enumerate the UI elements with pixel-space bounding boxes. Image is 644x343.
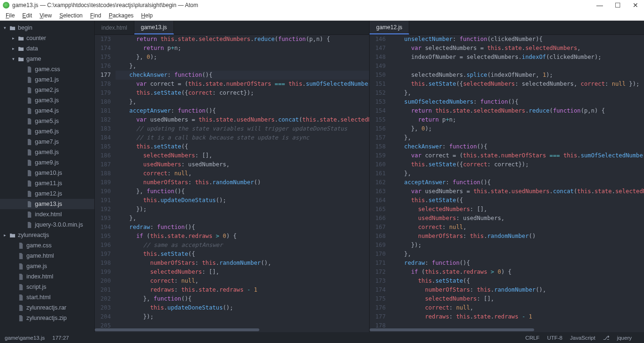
- tree-folder-zylunreactjs[interactable]: ▸zylunreactjs: [0, 230, 94, 240]
- chevron-icon[interactable]: ▾: [4, 25, 8, 30]
- close-button[interactable]: ✕: [630, 1, 641, 9]
- tree-file-game6-js[interactable]: game6.js: [0, 126, 94, 137]
- folder-icon: [8, 233, 16, 238]
- file-icon: [25, 170, 33, 176]
- tree-label: game12.js: [35, 190, 62, 197]
- tree-file-zylunreactjs-rar[interactable]: zylunreactjs.rar: [0, 302, 94, 313]
- scrollbar-h-left[interactable]: [95, 327, 369, 332]
- file-icon: [25, 201, 33, 207]
- status-path[interactable]: game\game13.js: [5, 335, 45, 341]
- menu-edit[interactable]: Edit: [18, 12, 36, 19]
- tree-label: index.html: [35, 211, 62, 218]
- tree-folder-begin[interactable]: ▾begin: [0, 23, 94, 33]
- tab-game13-js[interactable]: game13.js: [134, 21, 174, 34]
- file-icon: [17, 263, 25, 270]
- tree-label: game7.js: [35, 139, 59, 145]
- file-icon: [17, 284, 25, 290]
- editor-right[interactable]: 1461471481491501511521531541551561571581…: [370, 35, 644, 327]
- chevron-icon[interactable]: ▸: [4, 233, 8, 237]
- status-grammar[interactable]: JavaScript: [570, 335, 595, 341]
- status-branch-icon: ⎇: [603, 335, 610, 341]
- status-cursor[interactable]: 177:27: [52, 335, 69, 341]
- chevron-icon[interactable]: ▸: [12, 36, 17, 41]
- title-bar: game13.js — C:\xampp\htdocs\testcodes\re…: [0, 0, 644, 10]
- tree-file-jquery-3-0-0-min-js[interactable]: jquery-3.0.0.min.js: [0, 220, 94, 230]
- tree-file-game1-js[interactable]: game1.js: [0, 74, 94, 85]
- menu-find[interactable]: Find: [86, 12, 105, 19]
- tab-game12-js[interactable]: game12.js: [370, 21, 409, 34]
- tree-file-game3-js[interactable]: game3.js: [0, 95, 94, 106]
- editor-panes: index.htmlgame13.js 17317417517617717817…: [94, 21, 644, 332]
- gutter-left: 1731741751761771781791801811821831841851…: [95, 35, 116, 327]
- tree-folder-data[interactable]: ▸data: [0, 43, 94, 54]
- tree-file-game5-js[interactable]: game5.js: [0, 116, 94, 126]
- menu-view[interactable]: View: [36, 12, 56, 19]
- menu-packages[interactable]: Packages: [105, 12, 138, 19]
- file-icon: [17, 294, 25, 301]
- tree-label: game6.js: [35, 128, 59, 135]
- tree-file-game7-js[interactable]: game7.js: [0, 137, 94, 147]
- tree-file-start-html[interactable]: start.html: [0, 292, 94, 302]
- tree-label: game.css: [26, 242, 52, 249]
- tree-label: game5.js: [35, 118, 59, 124]
- pane-right: game12.js 146147148149150151152153154155…: [369, 21, 644, 332]
- status-extra[interactable]: jquery: [617, 335, 632, 341]
- window-title: game13.js — C:\xampp\htdocs\testcodes\re…: [12, 2, 594, 8]
- menu-bar: FileEditViewSelectionFindPackagesHelp: [0, 10, 644, 21]
- atom-app-icon: [3, 2, 9, 8]
- tree-file-game10-js[interactable]: game10.js: [0, 168, 94, 178]
- file-icon: [17, 274, 25, 280]
- tree-file-game-js[interactable]: game.js: [0, 261, 94, 271]
- tab-index-html[interactable]: index.html: [95, 21, 134, 34]
- tree-label: game.js: [26, 263, 47, 270]
- tree-file-game2-js[interactable]: game2.js: [0, 85, 94, 95]
- tree-label: zylunreactjs.rar: [26, 304, 66, 311]
- tree-file-index-html[interactable]: index.html: [0, 271, 94, 282]
- code-left[interactable]: return this.state.selectedNumbers.reduce…: [116, 35, 369, 327]
- status-eol[interactable]: CRLF: [525, 335, 539, 341]
- file-icon: [25, 191, 33, 197]
- tree-file-script-js[interactable]: script.js: [0, 282, 94, 292]
- menu-help[interactable]: Help: [137, 12, 157, 19]
- menu-selection[interactable]: Selection: [56, 12, 86, 19]
- status-bar: game\game13.js 177:27 CRLF UTF-8 JavaScr…: [0, 332, 644, 343]
- tab-bar-right: game12.js: [370, 21, 644, 35]
- scrollbar-h-right[interactable]: [370, 327, 644, 332]
- file-icon: [17, 305, 25, 311]
- tree-label: zylunreactjs: [18, 232, 49, 238]
- tab-bar-left: index.htmlgame13.js: [95, 21, 369, 35]
- maximize-button[interactable]: ☐: [612, 1, 623, 9]
- tree-file-zylunreactjs-zip[interactable]: zylunreactjs.zip: [0, 313, 94, 323]
- status-encoding[interactable]: UTF-8: [547, 335, 562, 341]
- editor-left[interactable]: 1731741751761771781791801811821831841851…: [95, 35, 369, 327]
- tree-label: data: [26, 45, 38, 52]
- tree-file-game-css[interactable]: game.css: [0, 240, 94, 251]
- chevron-icon[interactable]: ▾: [12, 57, 17, 61]
- tree-file-game11-js[interactable]: game11.js: [0, 178, 94, 188]
- tree-file-game-html[interactable]: game.html: [0, 251, 94, 261]
- minimize-button[interactable]: —: [594, 1, 605, 9]
- tree-folder-game[interactable]: ▾game: [0, 54, 94, 64]
- tree-file-game4-js[interactable]: game4.js: [0, 106, 94, 116]
- tree-folder-counter[interactable]: ▸counter: [0, 33, 94, 43]
- tree-label: game13.js: [35, 201, 62, 207]
- tree-label: script.js: [26, 284, 46, 290]
- code-right[interactable]: unselectNumber: function(clickedNumber){…: [390, 35, 644, 327]
- menu-file[interactable]: File: [2, 12, 18, 19]
- tree-view[interactable]: ▾begin▸counter▸data▾gamegame.cssgame1.js…: [0, 21, 94, 332]
- chevron-icon[interactable]: ▸: [12, 46, 17, 51]
- tree-file-game13-js[interactable]: game13.js: [0, 199, 94, 209]
- tree-file-game9-js[interactable]: game9.js: [0, 157, 94, 168]
- tree-label: jquery-3.0.0.min.js: [35, 221, 83, 228]
- tree-file-index-html[interactable]: index.html: [0, 209, 94, 220]
- file-icon: [25, 139, 33, 145]
- tree-file-game8-js[interactable]: game8.js: [0, 147, 94, 157]
- tree-label: game11.js: [35, 180, 62, 187]
- folder-icon: [8, 25, 16, 31]
- tree-label: game1.js: [35, 76, 59, 83]
- file-icon: [17, 243, 25, 249]
- file-icon: [25, 77, 33, 83]
- file-icon: [25, 66, 33, 73]
- tree-file-game12-js[interactable]: game12.js: [0, 188, 94, 199]
- tree-file-game-css[interactable]: game.css: [0, 64, 94, 74]
